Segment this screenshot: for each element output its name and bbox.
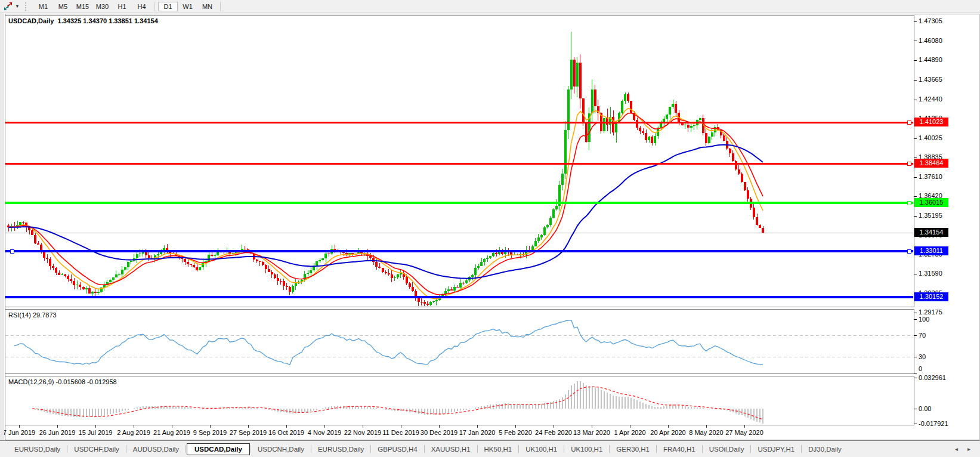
- timeframe-button-m5[interactable]: M5: [53, 2, 73, 11]
- candle-body: [564, 130, 567, 174]
- timeframe-button-m30[interactable]: M30: [92, 2, 112, 11]
- date-axis-label: 27 May 2020: [718, 429, 771, 436]
- candle-body: [61, 274, 63, 275]
- tab-separator: [251, 445, 251, 453]
- candle-body: [211, 255, 213, 256]
- candle-body: [241, 249, 243, 250]
- candle-body: [289, 287, 291, 292]
- chart-tab-ger30-11[interactable]: GER30,H1: [610, 443, 656, 455]
- chart-tab-hk50-8[interactable]: HK50,H1: [478, 443, 518, 455]
- candle-body: [648, 137, 650, 140]
- toolbar-dropdown-caret-icon[interactable]: ▼: [14, 4, 21, 9]
- chart-tab-usdjpy-14[interactable]: USDJPY,H1: [752, 443, 800, 455]
- timeframe-button-h4[interactable]: H4: [132, 2, 152, 11]
- chart-tab-eurusd-0[interactable]: EURUSD,Daily: [8, 443, 66, 455]
- chart-canvas[interactable]: [0, 0, 980, 457]
- line-handle[interactable]: [907, 201, 911, 205]
- candle-body: [585, 123, 588, 142]
- candle-body: [136, 254, 138, 258]
- candle-body: [385, 272, 387, 273]
- chart-tab-xauusd-7[interactable]: XAUUSD,H1: [425, 443, 477, 455]
- timeframe-button-m1[interactable]: M1: [33, 2, 53, 11]
- toolbar-drag-handle[interactable]: [25, 2, 29, 11]
- chart-tab-gbpusd-6[interactable]: GBPUSD,H4: [372, 443, 423, 455]
- line-handle[interactable]: [907, 162, 911, 165]
- current-price-badge: 1.34154: [914, 228, 948, 237]
- chart-tab-dj30-15[interactable]: DJ30,Daily: [802, 443, 848, 455]
- timeframe-button-h1[interactable]: H1: [112, 2, 132, 11]
- price-arrows-icon: [4, 2, 13, 11]
- timeframe-button-w1[interactable]: W1: [178, 2, 197, 11]
- candle-body: [759, 225, 761, 228]
- line-handle[interactable]: [907, 121, 911, 124]
- chart-tab-eurusd-5[interactable]: EURUSD,Daily: [312, 443, 370, 455]
- chart-tab-uk100-9[interactable]: UK100,H1: [520, 443, 563, 455]
- candle-body: [79, 285, 81, 287]
- candle-body: [268, 269, 270, 272]
- candle-body: [181, 258, 183, 259]
- timeframe-button-m15[interactable]: M15: [73, 2, 92, 11]
- tab-scroll-right-icon[interactable]: ▸: [967, 446, 970, 452]
- candle-body: [639, 128, 641, 131]
- candle-body: [55, 268, 57, 273]
- chart-tab-uk100-10[interactable]: UK100,H1: [565, 443, 608, 455]
- candle-body: [49, 259, 51, 266]
- chart-tab-usdcnh-4[interactable]: USDCNH,Daily: [252, 443, 310, 455]
- candle-body: [88, 288, 91, 293]
- candle-body: [741, 174, 743, 182]
- candle-body: [199, 267, 201, 270]
- candle-body: [73, 281, 75, 285]
- candle-body: [187, 262, 189, 264]
- candle-body: [304, 274, 306, 280]
- candle-body: [636, 120, 638, 128]
- tab-scroll-left-icon[interactable]: ◂: [955, 446, 958, 452]
- candle-body: [82, 287, 85, 290]
- chart-tab-usoil-13[interactable]: USOil,Daily: [703, 443, 750, 455]
- candle-body: [459, 283, 462, 288]
- candle-body: [453, 287, 456, 291]
- candle-body: [666, 115, 668, 119]
- candle-body: [489, 256, 491, 258]
- timeframe-button-mn[interactable]: MN: [197, 2, 217, 11]
- candle-body: [412, 287, 414, 291]
- tab-separator: [518, 445, 519, 453]
- line-handle[interactable]: [907, 249, 911, 253]
- candle-body: [43, 252, 45, 257]
- candle-body: [259, 261, 261, 262]
- candle-body: [19, 222, 21, 224]
- chart-tab-fra40-12[interactable]: FRA40,H1: [657, 443, 701, 455]
- candle-body: [94, 292, 97, 293]
- candle-body: [447, 289, 450, 291]
- price-arrows-icon[interactable]: [2, 1, 14, 12]
- candle-body: [378, 267, 381, 268]
- macd-axis-tick: -0.017921: [919, 420, 948, 427]
- price-axis-tick: 1.46080: [919, 37, 942, 44]
- candle-body: [148, 255, 150, 258]
- candle-body: [723, 135, 725, 141]
- tab-separator: [564, 445, 564, 453]
- candle-body: [274, 274, 276, 279]
- candle-body: [627, 94, 629, 101]
- macd-indicator-label: MACD(12,26,9) -0.015608 -0.012958: [8, 378, 117, 385]
- candle-body: [729, 149, 731, 154]
- tab-separator: [370, 445, 371, 453]
- candle-body: [471, 275, 474, 277]
- candle-body: [292, 286, 294, 292]
- tab-separator: [750, 445, 751, 453]
- price-axis-tick: 1.35195: [919, 212, 942, 219]
- chart-tab-usdcad-3[interactable]: USDCAD,Daily: [187, 443, 250, 455]
- chart-tab-usdchf-1[interactable]: USDCHF,Daily: [68, 443, 125, 455]
- candle-body: [426, 304, 429, 304]
- candle-body: [762, 228, 764, 233]
- line-handle[interactable]: [10, 249, 14, 253]
- chart-tab-audusd-2[interactable]: AUDUSD,Daily: [127, 443, 185, 455]
- candle-body: [570, 60, 573, 89]
- timeframe-button-d1[interactable]: D1: [158, 2, 178, 11]
- candle-body: [465, 280, 468, 282]
- tab-separator: [126, 445, 126, 453]
- tab-separator: [477, 445, 478, 453]
- candle-body: [432, 301, 435, 302]
- candle-body: [22, 222, 24, 223]
- candle-body: [537, 237, 540, 241]
- tab-separator: [656, 445, 657, 453]
